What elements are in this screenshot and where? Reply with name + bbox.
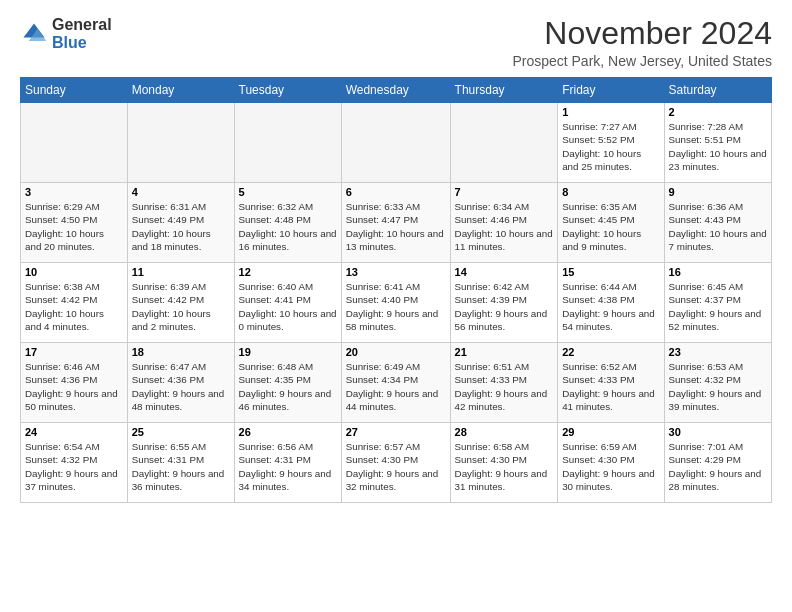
day-number: 14: [455, 266, 554, 278]
day-number: 13: [346, 266, 446, 278]
day-number: 21: [455, 346, 554, 358]
calendar-cell: 4Sunrise: 6:31 AM Sunset: 4:49 PM Daylig…: [127, 183, 234, 263]
day-info: Sunrise: 6:36 AM Sunset: 4:43 PM Dayligh…: [669, 200, 767, 253]
calendar-cell: 11Sunrise: 6:39 AM Sunset: 4:42 PM Dayli…: [127, 263, 234, 343]
calendar-cell: 25Sunrise: 6:55 AM Sunset: 4:31 PM Dayli…: [127, 423, 234, 503]
calendar-cell: 3Sunrise: 6:29 AM Sunset: 4:50 PM Daylig…: [21, 183, 128, 263]
calendar-header-wednesday: Wednesday: [341, 78, 450, 103]
day-number: 23: [669, 346, 767, 358]
day-number: 5: [239, 186, 337, 198]
day-number: 12: [239, 266, 337, 278]
calendar-cell: 22Sunrise: 6:52 AM Sunset: 4:33 PM Dayli…: [558, 343, 664, 423]
day-info: Sunrise: 6:34 AM Sunset: 4:46 PM Dayligh…: [455, 200, 554, 253]
page: General Blue November 2024 Prospect Park…: [0, 0, 792, 513]
day-info: Sunrise: 6:51 AM Sunset: 4:33 PM Dayligh…: [455, 360, 554, 413]
day-info: Sunrise: 6:46 AM Sunset: 4:36 PM Dayligh…: [25, 360, 123, 413]
calendar-header-saturday: Saturday: [664, 78, 771, 103]
title-block: November 2024 Prospect Park, New Jersey,…: [512, 16, 772, 69]
day-number: 20: [346, 346, 446, 358]
day-info: Sunrise: 6:52 AM Sunset: 4:33 PM Dayligh…: [562, 360, 659, 413]
day-number: 24: [25, 426, 123, 438]
logo-icon: [20, 20, 48, 48]
calendar-cell: 8Sunrise: 6:35 AM Sunset: 4:45 PM Daylig…: [558, 183, 664, 263]
calendar-cell: [450, 103, 558, 183]
day-number: 8: [562, 186, 659, 198]
day-number: 22: [562, 346, 659, 358]
day-number: 17: [25, 346, 123, 358]
calendar-cell: 21Sunrise: 6:51 AM Sunset: 4:33 PM Dayli…: [450, 343, 558, 423]
day-info: Sunrise: 7:28 AM Sunset: 5:51 PM Dayligh…: [669, 120, 767, 173]
day-number: 25: [132, 426, 230, 438]
calendar-cell: 15Sunrise: 6:44 AM Sunset: 4:38 PM Dayli…: [558, 263, 664, 343]
calendar-week-3: 10Sunrise: 6:38 AM Sunset: 4:42 PM Dayli…: [21, 263, 772, 343]
calendar-header-sunday: Sunday: [21, 78, 128, 103]
logo: General Blue: [20, 16, 112, 51]
day-info: Sunrise: 6:40 AM Sunset: 4:41 PM Dayligh…: [239, 280, 337, 333]
calendar-cell: [21, 103, 128, 183]
day-info: Sunrise: 6:54 AM Sunset: 4:32 PM Dayligh…: [25, 440, 123, 493]
day-info: Sunrise: 6:35 AM Sunset: 4:45 PM Dayligh…: [562, 200, 659, 253]
calendar-cell: 2Sunrise: 7:28 AM Sunset: 5:51 PM Daylig…: [664, 103, 771, 183]
logo-general: General: [52, 16, 112, 33]
calendar-cell: [234, 103, 341, 183]
calendar-cell: 5Sunrise: 6:32 AM Sunset: 4:48 PM Daylig…: [234, 183, 341, 263]
calendar-cell: 7Sunrise: 6:34 AM Sunset: 4:46 PM Daylig…: [450, 183, 558, 263]
calendar-cell: 18Sunrise: 6:47 AM Sunset: 4:36 PM Dayli…: [127, 343, 234, 423]
day-number: 19: [239, 346, 337, 358]
day-info: Sunrise: 6:48 AM Sunset: 4:35 PM Dayligh…: [239, 360, 337, 413]
day-info: Sunrise: 6:56 AM Sunset: 4:31 PM Dayligh…: [239, 440, 337, 493]
day-number: 4: [132, 186, 230, 198]
header: General Blue November 2024 Prospect Park…: [20, 16, 772, 69]
calendar-cell: 23Sunrise: 6:53 AM Sunset: 4:32 PM Dayli…: [664, 343, 771, 423]
day-info: Sunrise: 6:44 AM Sunset: 4:38 PM Dayligh…: [562, 280, 659, 333]
day-info: Sunrise: 6:38 AM Sunset: 4:42 PM Dayligh…: [25, 280, 123, 333]
calendar-week-2: 3Sunrise: 6:29 AM Sunset: 4:50 PM Daylig…: [21, 183, 772, 263]
day-number: 10: [25, 266, 123, 278]
calendar-cell: 19Sunrise: 6:48 AM Sunset: 4:35 PM Dayli…: [234, 343, 341, 423]
calendar-cell: 6Sunrise: 6:33 AM Sunset: 4:47 PM Daylig…: [341, 183, 450, 263]
calendar-header-monday: Monday: [127, 78, 234, 103]
calendar-cell: [127, 103, 234, 183]
calendar-cell: 24Sunrise: 6:54 AM Sunset: 4:32 PM Dayli…: [21, 423, 128, 503]
day-number: 18: [132, 346, 230, 358]
calendar-cell: 29Sunrise: 6:59 AM Sunset: 4:30 PM Dayli…: [558, 423, 664, 503]
calendar-cell: 9Sunrise: 6:36 AM Sunset: 4:43 PM Daylig…: [664, 183, 771, 263]
day-info: Sunrise: 6:57 AM Sunset: 4:30 PM Dayligh…: [346, 440, 446, 493]
day-info: Sunrise: 6:39 AM Sunset: 4:42 PM Dayligh…: [132, 280, 230, 333]
day-number: 16: [669, 266, 767, 278]
day-number: 6: [346, 186, 446, 198]
day-info: Sunrise: 6:55 AM Sunset: 4:31 PM Dayligh…: [132, 440, 230, 493]
day-number: 27: [346, 426, 446, 438]
day-info: Sunrise: 6:58 AM Sunset: 4:30 PM Dayligh…: [455, 440, 554, 493]
day-number: 30: [669, 426, 767, 438]
day-number: 3: [25, 186, 123, 198]
calendar-cell: 26Sunrise: 6:56 AM Sunset: 4:31 PM Dayli…: [234, 423, 341, 503]
calendar-cell: 1Sunrise: 7:27 AM Sunset: 5:52 PM Daylig…: [558, 103, 664, 183]
calendar-cell: 12Sunrise: 6:40 AM Sunset: 4:41 PM Dayli…: [234, 263, 341, 343]
day-number: 28: [455, 426, 554, 438]
day-info: Sunrise: 6:42 AM Sunset: 4:39 PM Dayligh…: [455, 280, 554, 333]
day-info: Sunrise: 6:45 AM Sunset: 4:37 PM Dayligh…: [669, 280, 767, 333]
day-number: 26: [239, 426, 337, 438]
calendar-week-5: 24Sunrise: 6:54 AM Sunset: 4:32 PM Dayli…: [21, 423, 772, 503]
day-info: Sunrise: 6:41 AM Sunset: 4:40 PM Dayligh…: [346, 280, 446, 333]
calendar-cell: 13Sunrise: 6:41 AM Sunset: 4:40 PM Dayli…: [341, 263, 450, 343]
calendar-cell: 14Sunrise: 6:42 AM Sunset: 4:39 PM Dayli…: [450, 263, 558, 343]
calendar-header-thursday: Thursday: [450, 78, 558, 103]
day-info: Sunrise: 6:53 AM Sunset: 4:32 PM Dayligh…: [669, 360, 767, 413]
day-info: Sunrise: 6:31 AM Sunset: 4:49 PM Dayligh…: [132, 200, 230, 253]
day-number: 9: [669, 186, 767, 198]
day-number: 11: [132, 266, 230, 278]
day-number: 15: [562, 266, 659, 278]
calendar-cell: 20Sunrise: 6:49 AM Sunset: 4:34 PM Dayli…: [341, 343, 450, 423]
calendar-cell: 28Sunrise: 6:58 AM Sunset: 4:30 PM Dayli…: [450, 423, 558, 503]
calendar-table: SundayMondayTuesdayWednesdayThursdayFrid…: [20, 77, 772, 503]
logo-blue: Blue: [52, 34, 87, 51]
calendar-header-tuesday: Tuesday: [234, 78, 341, 103]
calendar-cell: 30Sunrise: 7:01 AM Sunset: 4:29 PM Dayli…: [664, 423, 771, 503]
day-info: Sunrise: 6:49 AM Sunset: 4:34 PM Dayligh…: [346, 360, 446, 413]
calendar-cell: 10Sunrise: 6:38 AM Sunset: 4:42 PM Dayli…: [21, 263, 128, 343]
calendar-header-friday: Friday: [558, 78, 664, 103]
calendar-cell: [341, 103, 450, 183]
day-number: 2: [669, 106, 767, 118]
